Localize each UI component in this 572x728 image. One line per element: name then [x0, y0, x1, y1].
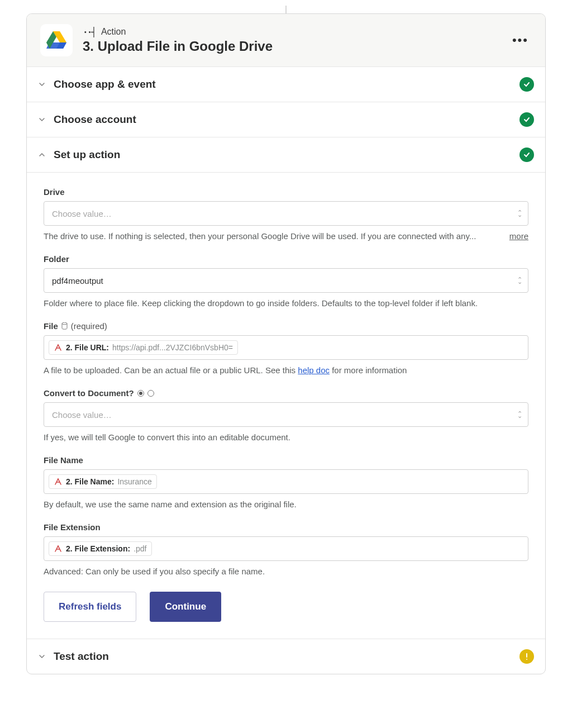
pill-label: 2. File Extension:: [66, 544, 130, 553]
field-drive: Drive Choose value… ⌃⌄ The drive to use.…: [44, 187, 528, 241]
section-choose-app-event[interactable]: Choose app & event: [27, 66, 545, 102]
pill-label: 2. File Name:: [66, 477, 114, 486]
section-title: Test action: [54, 650, 512, 663]
updown-icon: ⌃⌄: [517, 412, 522, 417]
pill-value: https://api.pdf...2VJZCI6bnVsbH0=: [112, 343, 233, 352]
chevron-down-icon: [38, 116, 46, 123]
zap-step-card: ··┤ Action 3. Upload File in Google Driv…: [26, 13, 546, 674]
pill-value: Insurance: [117, 477, 151, 486]
helper-text-before: A file to be uploaded. Can be an actual …: [44, 365, 298, 375]
mapped-value-pill[interactable]: 2. File Name: Insurance: [49, 474, 157, 489]
mapped-value-pill[interactable]: 2. File URL: https://api.pdf...2VJZCI6bn…: [49, 340, 238, 355]
select-value: pdf4meoutput: [52, 276, 103, 286]
section-title: Set up action: [54, 149, 512, 161]
svg-rect-7: [526, 653, 527, 658]
drive-logo-icon: [46, 31, 66, 49]
pill-label: 2. File URL:: [66, 343, 109, 352]
field-label: Convert to Document?: [44, 388, 528, 398]
field-label-text: File: [44, 321, 58, 331]
svg-point-6: [62, 322, 67, 325]
field-label: File Name: [44, 455, 528, 465]
field-helper: Folder where to place file. Keep clickin…: [44, 298, 528, 308]
step-title: 3. Upload File in Google Drive: [83, 39, 499, 54]
field-helper: Advanced: Can only be used if you also s…: [44, 567, 528, 576]
radio-false-icon: [147, 390, 154, 397]
select-placeholder: Choose value…: [52, 410, 112, 420]
section-set-up-action[interactable]: Set up action: [27, 137, 545, 172]
section-title: Choose app & event: [54, 78, 512, 91]
step-header: ··┤ Action 3. Upload File in Google Driv…: [27, 14, 545, 66]
status-warning-icon: [519, 649, 534, 664]
step-type-label: Action: [101, 27, 126, 37]
connector-line-top: [285, 6, 287, 13]
file-input[interactable]: 2. File URL: https://api.pdf...2VJZCI6bn…: [44, 335, 528, 360]
file-name-input[interactable]: 2. File Name: Insurance: [44, 469, 528, 494]
chevron-up-icon: [38, 151, 46, 158]
status-ok-icon: [519, 77, 534, 92]
field-file-name: File Name 2. File Name: Insurance By def…: [44, 455, 528, 509]
help-doc-link[interactable]: help doc: [298, 365, 330, 375]
pill-value: .pdf: [134, 544, 146, 553]
drive-select[interactable]: Choose value… ⌃⌄: [44, 201, 528, 226]
data-field-icon: [61, 322, 68, 330]
field-label-text: Convert to Document?: [44, 388, 134, 398]
action-buttons-row: Refresh fields Continue: [44, 592, 528, 622]
field-file: File (required) 2. File URL: https://api…: [44, 321, 528, 375]
mapped-value-pill[interactable]: 2. File Extension: .pdf: [49, 541, 152, 556]
radio-true-icon: [137, 390, 144, 397]
pdf4me-app-icon: [54, 343, 63, 352]
folder-select[interactable]: pdf4meoutput ⌃⌄: [44, 268, 528, 293]
field-convert-to-document: Convert to Document? Choose value… ⌃⌄ If…: [44, 388, 528, 442]
select-placeholder: Choose value…: [52, 209, 112, 218]
field-label: Folder: [44, 254, 528, 264]
zap-path-icon: ··┤: [83, 27, 96, 37]
status-ok-icon: [519, 147, 534, 162]
section-title: Choose account: [54, 113, 512, 126]
pdf4me-app-icon: [54, 477, 63, 486]
field-helper: The drive to use. If nothing is selected…: [44, 231, 500, 241]
chevron-down-icon: [38, 653, 46, 660]
field-label: File (required): [44, 321, 528, 331]
updown-icon: ⌃⌄: [517, 278, 522, 283]
convert-select[interactable]: Choose value… ⌃⌄: [44, 402, 528, 427]
updown-icon: ⌃⌄: [517, 211, 522, 216]
field-helper: By default, we use the same name and ext…: [44, 499, 528, 509]
chevron-down-icon: [38, 81, 46, 88]
helper-more-link[interactable]: more: [509, 231, 528, 241]
status-ok-icon: [519, 112, 534, 127]
google-drive-icon: [40, 24, 73, 56]
field-helper: A file to be uploaded. Can be an actual …: [44, 365, 528, 375]
refresh-fields-button[interactable]: Refresh fields: [44, 592, 136, 622]
section-choose-account[interactable]: Choose account: [27, 102, 545, 137]
more-menu-button[interactable]: •••: [509, 31, 532, 50]
file-extension-input[interactable]: 2. File Extension: .pdf: [44, 536, 528, 561]
section-test-action[interactable]: Test action: [27, 639, 545, 674]
field-label: Drive: [44, 187, 528, 197]
step-header-text: ··┤ Action 3. Upload File in Google Driv…: [83, 27, 499, 54]
set-up-action-body: Drive Choose value… ⌃⌄ The drive to use.…: [27, 172, 545, 639]
field-folder: Folder pdf4meoutput ⌃⌄ Folder where to p…: [44, 254, 528, 308]
helper-text-after: for more information: [330, 365, 407, 375]
svg-rect-8: [526, 659, 527, 660]
continue-button[interactable]: Continue: [150, 592, 221, 622]
field-label: File Extension: [44, 522, 528, 532]
field-helper: If yes, we will tell Google to convert t…: [44, 432, 528, 442]
pdf4me-app-icon: [54, 544, 63, 553]
required-label: (required): [71, 321, 107, 331]
field-file-extension: File Extension 2. File Extension: .pdf A…: [44, 522, 528, 576]
